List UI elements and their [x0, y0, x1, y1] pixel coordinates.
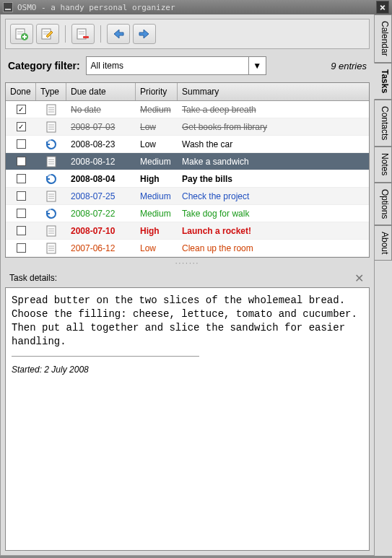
summary: Make a sandwich [178, 157, 369, 167]
dropdown-arrow-icon: ▼ [248, 57, 266, 74]
type-icon [36, 139, 66, 150]
col-type[interactable]: Type [36, 83, 66, 100]
tab-options[interactable]: Options [375, 183, 392, 225]
edit-task-icon [40, 27, 55, 40]
task-details-text: Spread butter on the two slices of the w… [12, 294, 363, 349]
col-due[interactable]: Due date [66, 83, 136, 100]
next-button[interactable] [133, 24, 156, 44]
due-date: 2008-07-22 [66, 209, 136, 219]
table-row[interactable]: 2008-08-12MediumMake a sandwich [6, 153, 369, 170]
filter-label: Category filter: [8, 60, 80, 71]
table-row[interactable]: 2008-08-04HighPay the bills [6, 170, 369, 188]
summary: Take dog for walk [178, 209, 369, 219]
tab-tasks[interactable]: Tasks [374, 63, 392, 100]
filter-bar: Category filter: All items ▼ 9 entries [5, 49, 370, 82]
minimize-button[interactable] [3, 2, 13, 12]
done-checkbox[interactable] [17, 191, 26, 201]
table-row[interactable]: ✓No dateMediumTake a deep breath [6, 101, 369, 118]
due-date: 2008-07-10 [66, 226, 136, 236]
task-started-text: Started: 2 July 2008 [12, 364, 363, 375]
due-date: 2007-06-12 [66, 243, 136, 253]
done-checkbox[interactable] [17, 139, 26, 149]
table-row[interactable]: 2008-07-10HighLaunch a rocket! [6, 222, 369, 240]
table-body: ✓No dateMediumTake a deep breath✓2008-07… [6, 101, 369, 257]
due-date: 2008-08-23 [66, 139, 136, 149]
done-checkbox[interactable]: ✓ [17, 122, 26, 131]
done-checkbox[interactable] [17, 174, 26, 183]
priority: Low [136, 243, 178, 253]
type-icon [36, 104, 66, 115]
summary: Wash the car [178, 139, 369, 149]
summary: Get books from library [178, 122, 369, 132]
filter-selected-value: All items [91, 61, 123, 71]
table-row[interactable]: 2008-07-22MediumTake dog for walk [6, 205, 369, 222]
due-date: 2008-08-04 [66, 174, 136, 184]
priority: High [136, 174, 178, 184]
summary: Pay the bills [178, 174, 369, 184]
done-checkbox[interactable]: ✓ [17, 105, 26, 114]
toolbar-separator [65, 25, 66, 43]
summary: Check the project [178, 191, 369, 201]
priority: Low [136, 122, 178, 132]
toolbar-separator [100, 25, 101, 43]
new-task-icon [14, 27, 29, 40]
window-titlebar[interactable]: OSMO - a handy personal organizer × [0, 0, 392, 14]
tab-notes[interactable]: Notes [375, 147, 392, 182]
task-table: Done Type Due date Priority Summary ✓No … [5, 82, 370, 258]
type-icon [36, 208, 66, 219]
done-checkbox[interactable] [17, 157, 26, 166]
table-row[interactable]: ✓2008-07-03LowGet books from library [6, 118, 369, 136]
due-date: 2008-08-12 [66, 157, 136, 167]
side-tabs: CalendarTasksContactsNotesOptionsAbout [375, 14, 392, 556]
summary: Take a deep breath [178, 105, 369, 115]
col-done[interactable]: Done [6, 83, 36, 100]
task-details-label: Task details: [9, 273, 57, 283]
done-checkbox[interactable] [17, 209, 26, 218]
new-task-button[interactable] [10, 24, 33, 44]
summary: Launch a rocket! [178, 226, 369, 236]
priority: Medium [136, 105, 178, 115]
col-summary[interactable]: Summary [178, 83, 369, 100]
type-icon [36, 225, 66, 237]
priority: Medium [136, 209, 178, 219]
type-icon [36, 156, 66, 167]
type-icon [36, 191, 66, 202]
priority: Medium [136, 157, 178, 167]
pane-resize-grip[interactable]: ∙∙∙∙∙∙∙ [5, 258, 370, 269]
category-filter-select[interactable]: All items ▼ [86, 56, 266, 75]
entries-count: 9 entries [331, 61, 367, 71]
task-details-header: Task details: ✕ [5, 269, 370, 287]
due-date: 2008-07-25 [66, 191, 136, 201]
type-icon [36, 121, 66, 133]
summary: Clean up the room [178, 243, 369, 253]
svg-rect-12 [83, 36, 89, 38]
arrow-left-icon [112, 28, 125, 40]
prev-button[interactable] [107, 24, 130, 44]
table-row[interactable]: 2007-06-12LowClean up the room [6, 240, 369, 257]
delete-task-button[interactable] [71, 24, 95, 44]
done-checkbox[interactable] [17, 226, 26, 235]
task-details-body: Spread butter on the two slices of the w… [5, 287, 370, 551]
type-icon [36, 243, 66, 254]
col-priority[interactable]: Priority [136, 83, 178, 100]
priority: High [136, 226, 178, 236]
priority: Medium [136, 191, 178, 201]
toolbar [5, 19, 370, 49]
table-row[interactable]: 2008-07-25MediumCheck the project [6, 188, 369, 205]
done-checkbox[interactable] [17, 243, 26, 253]
close-window-button[interactable]: × [376, 1, 389, 14]
close-details-button[interactable]: ✕ [352, 271, 365, 284]
tab-about[interactable]: About [375, 225, 392, 261]
arrow-right-icon [138, 28, 151, 40]
priority: Low [136, 139, 178, 149]
window-title: OSMO - a handy personal organizer [17, 3, 175, 12]
due-date: No date [66, 105, 136, 115]
edit-task-button[interactable] [36, 24, 59, 44]
type-icon [36, 173, 66, 185]
due-date: 2008-07-03 [66, 122, 136, 132]
tab-contacts[interactable]: Contacts [375, 100, 392, 147]
tab-calendar[interactable]: Calendar [375, 14, 392, 63]
delete-task-icon [76, 27, 90, 40]
table-header: Done Type Due date Priority Summary [6, 83, 369, 101]
table-row[interactable]: 2008-08-23LowWash the car [6, 136, 369, 153]
